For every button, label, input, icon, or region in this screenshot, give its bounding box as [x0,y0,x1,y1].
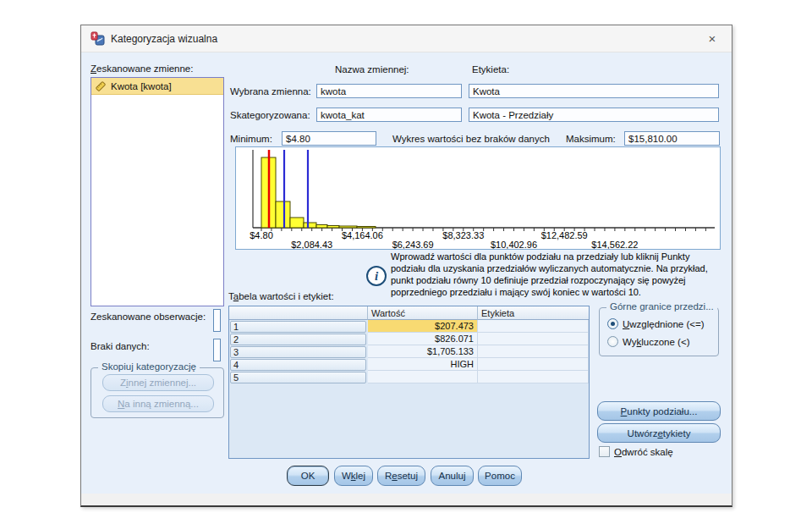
grid-value-column-header[interactable]: Wartość [368,306,478,320]
selected-variable-name-field[interactable]: kwota [316,84,462,98]
help-button[interactable]: Pomoc [478,466,522,486]
visual-binning-dialog: Kategoryzacja wizualna × Zeskanowane zmi… [80,25,732,507]
axis-tick-label: $8,323.33 [442,230,484,240]
reset-button[interactable]: Resetuj [377,466,425,486]
info-text: Wprowadź wartości dla punktów podziału n… [391,251,724,298]
axis-tick-label: $4,164.06 [342,230,383,240]
copy-from-variable-button[interactable]: Z innej zmiennej... [102,374,214,391]
close-icon[interactable]: × [703,30,721,47]
grid-label-cell-1[interactable] [478,320,589,333]
minimum-label: Minimum: [230,134,272,144]
grid-row-header-5[interactable]: 5 [230,372,366,383]
axis-tick-label: $10,402.96 [491,240,537,249]
cancel-button[interactable]: Anuluj [431,466,474,486]
grid-value-cell-1[interactable]: $207.473 [368,320,478,333]
grid-label-cell-3[interactable] [478,345,589,358]
excluded-radio[interactable]: Wykluczone (<) [607,336,689,347]
paste-button[interactable]: Wklej [334,466,373,486]
scanned-variables-label: Zeskanowane zmienne: [91,63,193,74]
excluded-radio-label: Wykluczone (<) [623,337,689,347]
missing-values-field[interactable] [213,339,221,361]
copy-binning-group-title: Skopiuj kategoryzację [98,361,200,372]
upper-endpoints-group: Górne granice przedzi... Uwzględnione (<… [599,307,719,356]
reverse-scale-label: Odwróć skalę [614,447,673,457]
nonmissing-chart-caption: Wykres wartości bez braków danych [392,134,550,144]
window-title: Kategoryzacja wizualna [111,33,217,45]
radio-on-icon [607,318,618,329]
histogram: $4.80$4,164.06$8,323.33$12,482.59$2,084.… [236,147,720,249]
value-label-grid: Wartość Etykieta 1$207.4732$826.0713$1,7… [228,306,590,459]
grid-value-cell-2[interactable]: $826.071 [368,333,478,345]
missing-values-label: Braki danych: [91,341,150,351]
grid-body: 1$207.4732$826.0713$1,705.1334HIGH5 [229,320,589,383]
selected-variable-label-field[interactable]: Kwota [469,84,719,98]
checkbox-icon [599,446,610,457]
axis-tick-label: $2,084.43 [291,240,332,249]
dialog-content: Zeskanowane zmienne: Kwota [kwota] Zeska… [81,52,732,494]
binned-variable-label-field[interactable]: Kwota - Przedziały [469,108,719,122]
variable-item-label: Kwota [kwota] [111,81,172,91]
grid-label-column-header[interactable]: Etykieta [478,306,589,320]
grid-label-cell-5[interactable] [478,371,589,383]
axis-tick-label: $12,482.59 [541,230,588,240]
binned-variable-label: Skategoryzowana: [230,110,310,120]
scale-ruler-icon [95,80,107,92]
grid-header: Wartość Etykieta [229,306,589,320]
make-cutpoints-button[interactable]: Punkty podziału... [597,401,721,421]
variable-label-header: Etykieta: [472,64,509,74]
histogram-bar [316,225,327,229]
included-radio[interactable]: Uwzględnione (<=) [607,318,705,329]
make-labels-button[interactable]: Utwórz etykiety [597,423,721,443]
info-icon: i [366,266,387,286]
reverse-scale-checkbox[interactable]: Odwróć skalę [599,446,673,457]
app-icon [91,31,105,46]
grid-value-cell-5[interactable] [368,371,478,383]
binned-variable-name-field[interactable]: kwota_kat [316,108,462,122]
histogram-bar [339,226,357,228]
maximum-label: Maksimum: [566,134,616,144]
histogram-bar [304,223,316,228]
axis-tick-label: $14,562.22 [591,240,638,249]
variable-name-header: Nazwa zmiennej: [335,64,409,74]
grid-row-header-3[interactable]: 3 [230,346,366,358]
grid-row-header-4[interactable]: 4 [230,359,366,371]
scanned-cases-label: Zeskanowane obserwacje: [91,312,206,322]
dialog-footer [81,494,732,505]
grid-value-cell-4[interactable]: HIGH [368,358,478,371]
included-radio-label: Uwzględnione (<=) [623,319,705,329]
histogram-panel: $4.80$4,164.06$8,323.33$12,482.59$2,084.… [235,146,721,250]
grid-value-cell-3[interactable]: $1,705.133 [368,345,478,358]
copy-to-variable-button[interactable]: Na inną zmienną... [102,395,214,412]
grid-label-cell-4[interactable] [478,358,589,371]
radio-off-icon [607,336,618,347]
axis-tick-label: $4.80 [250,230,273,240]
minimum-field[interactable]: $4.80 [282,131,376,146]
histogram-bar [357,227,376,229]
grid-corner-header [229,306,368,320]
title-bar: Kategoryzacja wizualna × [81,25,732,52]
ok-button[interactable]: OK [287,466,329,486]
maximum-field[interactable]: $15,810.00 [624,131,720,146]
upper-endpoints-group-title: Górne granice przedzi... [606,301,717,312]
grid-row-header-1[interactable]: 1 [230,321,366,333]
variable-list[interactable]: Kwota [kwota] [91,77,224,306]
grid-row-header-2[interactable]: 2 [230,334,366,345]
axis-tick-label: $6,243.69 [392,240,434,249]
histogram-bar [276,201,290,228]
value-table-label: Tabela wartości i etykiet: [228,291,334,301]
copy-binning-group: Skopiuj kategoryzację Z innej zmiennej..… [91,367,224,418]
histogram-bar [327,226,339,229]
histogram-bar [290,218,304,228]
variable-item[interactable]: Kwota [kwota] [91,78,223,95]
scanned-cases-field[interactable] [213,309,221,332]
grid-label-cell-2[interactable] [478,333,589,345]
selected-variable-label: Wybrana zmienna: [230,86,311,97]
